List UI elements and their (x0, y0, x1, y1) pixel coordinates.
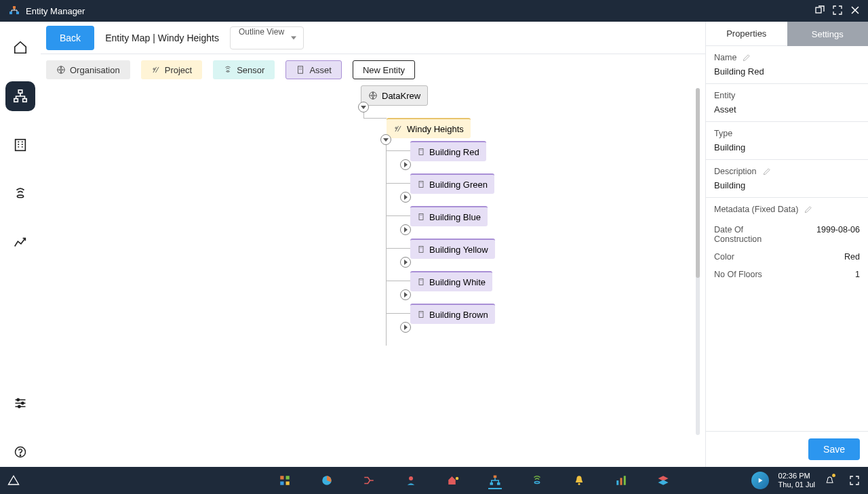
metadata-row: No Of Floors1 (706, 266, 868, 283)
nav-help[interactable] (5, 437, 35, 467)
expand-toggle-asset-2[interactable] (400, 224, 411, 235)
nav-entity-map[interactable] (5, 81, 35, 111)
scrollbar-thumb[interactable] (696, 88, 700, 278)
svg-rect-7 (16, 140, 26, 151)
tree-node-asset[interactable]: Building Green (410, 173, 494, 194)
prop-entity-value: Asset (714, 104, 860, 115)
svg-point-37 (578, 483, 580, 485)
prop-metadata-label: Metadata (Fixed Data) (714, 205, 798, 214)
expand-toggle-asset-3[interactable] (400, 257, 411, 268)
svg-rect-40 (624, 476, 626, 485)
svg-point-16 (226, 70, 230, 72)
taskbar-sensor-icon[interactable] (530, 474, 544, 487)
save-button[interactable]: Save (808, 438, 860, 460)
svg-rect-39 (620, 478, 622, 485)
svg-rect-6 (23, 99, 26, 102)
taskbar-entitymap-icon[interactable] (488, 476, 502, 489)
tree-node-asset[interactable]: Building Brown (410, 304, 495, 324)
tree-node-project[interactable]: Windy Heights (387, 118, 471, 138)
legend-row: Organisation Project Sensor Asset New En… (41, 54, 705, 81)
svg-point-15 (153, 68, 155, 70)
taskbar: 02:36 PM Thu, 01 Jul (0, 467, 868, 494)
svg-rect-33 (494, 476, 497, 478)
svg-point-11 (18, 405, 20, 407)
new-entity-button[interactable]: New Entity (353, 60, 415, 79)
taskbar-warning-icon[interactable] (7, 474, 20, 487)
metadata-row: ColorRed (706, 248, 868, 266)
nav-home[interactable] (5, 33, 35, 62)
prop-name-label: Name (714, 53, 736, 62)
fullscreen-icon[interactable] (833, 5, 842, 17)
nav-sensors[interactable] (5, 179, 35, 209)
expand-toggle-project[interactable] (380, 134, 391, 145)
svg-rect-1 (9, 12, 12, 14)
topbar: Back Entity Map | Windy Heights Outline … (41, 22, 705, 54)
tab-settings[interactable]: Settings (787, 22, 869, 46)
tree-node-asset[interactable]: Building Blue (410, 206, 488, 226)
svg-point-36 (534, 482, 540, 484)
svg-rect-20 (419, 149, 423, 155)
svg-rect-34 (490, 482, 493, 485)
svg-point-31 (409, 476, 413, 480)
svg-point-9 (17, 398, 19, 400)
svg-rect-25 (419, 312, 423, 318)
taskbar-user-icon[interactable] (404, 474, 418, 487)
nav-settings[interactable] (5, 388, 35, 418)
tree-node-asset[interactable]: Building Yellow (410, 239, 495, 259)
taskbar-fullscreen-icon[interactable] (848, 474, 861, 487)
prop-type-label: Type (714, 129, 732, 138)
taskbar-piechart-icon[interactable] (320, 474, 334, 487)
close-icon[interactable] (850, 5, 860, 17)
expand-toggle-asset-4[interactable] (400, 289, 411, 300)
prop-name-value: Building Red (714, 66, 860, 77)
svg-rect-4 (18, 90, 22, 94)
expand-toggle-asset-1[interactable] (400, 192, 411, 203)
taskbar-bell-icon[interactable] (572, 474, 586, 487)
svg-rect-35 (497, 482, 500, 485)
prop-description-label: Description (714, 167, 757, 176)
prop-type-value: Building (714, 142, 860, 152)
legend-chip-project: Project (141, 60, 202, 79)
svg-rect-3 (816, 7, 821, 13)
popout-icon[interactable] (815, 5, 825, 17)
taskbar-flow-icon[interactable] (362, 474, 376, 487)
svg-point-19 (395, 127, 397, 129)
metadata-row: Date Of Construction1999-08-06 (706, 221, 868, 248)
nav-analytics[interactable] (5, 228, 35, 258)
back-button[interactable]: Back (46, 26, 94, 50)
taskbar-barchart-icon[interactable] (614, 474, 628, 487)
legend-chip-asset: Asset (285, 60, 342, 79)
svg-point-8 (17, 195, 23, 198)
svg-rect-24 (419, 279, 423, 285)
tree-node-asset[interactable]: Building White (410, 271, 492, 291)
taskbar-layers-icon[interactable] (656, 474, 670, 487)
svg-rect-23 (419, 247, 423, 253)
edit-icon[interactable] (804, 205, 813, 214)
entity-canvas[interactable]: DataKrew Windy Heights Building Red Buil… (41, 81, 705, 467)
tree-node-asset[interactable]: Building Red (410, 141, 486, 161)
view-mode-select[interactable]: Outline View (230, 26, 304, 49)
svg-rect-38 (616, 480, 618, 485)
svg-rect-26 (280, 476, 283, 479)
tree-node-organisation[interactable]: DataKrew (361, 85, 428, 106)
svg-rect-5 (14, 99, 18, 102)
taskbar-notification-icon[interactable] (825, 474, 838, 487)
nav-buildings[interactable] (5, 130, 35, 160)
expand-toggle-asset-5[interactable] (400, 322, 411, 333)
svg-point-32 (456, 477, 459, 480)
taskbar-homekey-icon[interactable] (446, 474, 460, 487)
edit-icon[interactable] (742, 53, 751, 62)
tab-properties[interactable]: Properties (706, 22, 787, 46)
taskbar-grid-icon[interactable] (278, 474, 292, 487)
expand-toggle-asset-0[interactable] (400, 159, 411, 170)
svg-rect-28 (280, 482, 283, 485)
svg-rect-0 (13, 6, 16, 9)
left-nav (0, 22, 41, 467)
brand-ring-icon[interactable] (751, 472, 769, 489)
svg-point-10 (22, 402, 24, 404)
expand-toggle-organisation[interactable] (358, 102, 369, 112)
edit-icon[interactable] (762, 167, 772, 176)
svg-rect-29 (285, 482, 289, 485)
svg-rect-2 (16, 12, 19, 14)
svg-point-13 (20, 455, 20, 455)
